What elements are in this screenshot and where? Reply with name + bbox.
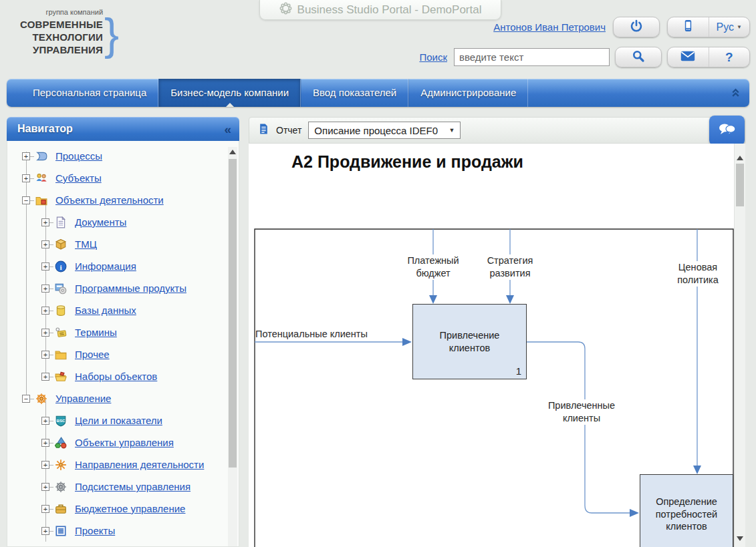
expand-toggle-icon[interactable]: + — [22, 174, 30, 182]
portal-title: Business Studio Portal - DemoPortal — [297, 3, 482, 17]
expand-toggle-icon[interactable]: + — [41, 240, 49, 248]
tree-item: +Термины — [7, 321, 239, 343]
tree-item-link[interactable]: Подсистемы управления — [75, 481, 191, 492]
portal-title-tab: Business Studio Portal - DemoPortal — [259, 0, 501, 20]
expand-toggle-icon[interactable]: + — [41, 262, 49, 270]
logo-line-2: ТЕХНОЛОГИИ — [20, 31, 103, 43]
expand-toggle-icon[interactable]: + — [41, 527, 49, 535]
tree-item: +ТМЦ — [7, 233, 239, 255]
scroll-up-arrow-icon[interactable] — [737, 156, 743, 160]
star-icon — [55, 459, 68, 471]
tree-item-link[interactable]: Субъекты — [55, 172, 102, 184]
nav-tab[interactable]: Ввод показателей — [301, 79, 408, 107]
tree-item-link[interactable]: Термины — [75, 327, 117, 338]
help-button[interactable]: ? — [709, 47, 750, 67]
expand-toggle-icon[interactable]: + — [41, 417, 49, 425]
tree-item: +iИнформация — [7, 255, 239, 277]
user-profile-link[interactable]: Антонов Иван Петрович — [493, 21, 606, 33]
language-label: Рус — [717, 21, 735, 33]
tree-item-link[interactable]: Программные продукты — [75, 283, 186, 294]
process-box-define-needs[interactable]: Определение потребностей клиентов — [640, 474, 733, 547]
scrollbar-thumb[interactable] — [229, 159, 237, 468]
svg-text:BSC: BSC — [56, 418, 66, 423]
tree-item-link[interactable]: Бюджетное управление — [75, 503, 185, 514]
tree-item-link[interactable]: Управление — [55, 393, 111, 404]
mobile-version-button[interactable] — [668, 17, 709, 37]
power-icon — [630, 19, 643, 35]
tree-item: +Прочее — [7, 343, 239, 365]
language-selector[interactable]: Рус ▼ — [709, 17, 750, 37]
expand-toggle-icon[interactable]: + — [41, 373, 49, 381]
tree-item: −Управление — [7, 387, 239, 409]
arrow-label-strategy: Стратегия развития — [477, 254, 543, 280]
expand-toggle-icon[interactable]: + — [41, 307, 49, 315]
expand-toggle-icon[interactable]: + — [41, 505, 49, 513]
process-box-attract-clients[interactable]: Привлечение клиентов 1 — [412, 304, 527, 379]
wheel-gray-icon — [55, 481, 68, 493]
expand-toggle-icon[interactable]: + — [41, 218, 49, 226]
process-box-label: Определение потребностей клиентов — [648, 496, 725, 534]
scroll-down-arrow-icon[interactable] — [737, 536, 743, 541]
expand-toggle-icon[interactable]: + — [41, 439, 49, 447]
collapse-up-icon — [731, 88, 741, 100]
tree-item-link[interactable]: Направления деятельности — [75, 459, 204, 470]
tree-item-link[interactable]: Прочее — [75, 349, 110, 360]
logo-group-text: группа компаний — [20, 8, 103, 16]
scroll-up-arrow-icon[interactable] — [229, 150, 236, 154]
help-icon: ? — [725, 50, 733, 65]
tree-item-link[interactable]: Объекты деятельности — [55, 194, 164, 206]
search-link[interactable]: Поиск — [419, 51, 447, 63]
logo-line-1: СОВРЕМЕННЫЕ — [20, 18, 103, 31]
expand-toggle-icon[interactable]: + — [41, 461, 49, 469]
tree-item: +Программные продукты — [7, 277, 239, 299]
tree-item-link[interactable]: Документы — [75, 216, 126, 228]
messages-button[interactable] — [668, 47, 709, 67]
tree-item: +Субъекты — [7, 167, 239, 189]
chevron-down-icon: ▼ — [737, 24, 742, 30]
main-navbar: Персональная страницаБизнес-модель компа… — [7, 79, 749, 107]
tree-item-link[interactable]: Цели и показатели — [75, 415, 162, 426]
expand-toggle-icon[interactable]: + — [41, 483, 49, 491]
scrollbar-thumb[interactable] — [736, 164, 744, 206]
navigator-panel: +Процессы+Субъекты−Объекты деятельности+… — [7, 141, 239, 547]
tree-item-link[interactable]: Объекты управления — [75, 437, 174, 448]
projects-icon — [55, 525, 68, 537]
folder-objects-icon — [35, 194, 49, 206]
logo-brace: } — [104, 8, 119, 60]
chevron-down-icon: ▼ — [449, 127, 455, 134]
search-button[interactable] — [615, 47, 662, 67]
document-icon — [55, 216, 68, 228]
mail-icon — [680, 51, 695, 64]
search-input[interactable] — [454, 48, 610, 66]
tree-item-link[interactable]: Базы данных — [75, 305, 136, 316]
expand-toggle-icon[interactable]: + — [41, 285, 49, 293]
logout-button[interactable] — [613, 17, 660, 37]
nav-tab[interactable]: Персональная страница — [21, 79, 158, 107]
wheel-icon — [35, 393, 49, 405]
collapse-toggle-icon[interactable]: − — [22, 196, 30, 204]
expand-toggle-icon[interactable]: + — [41, 329, 49, 337]
report-select[interactable]: Описание процесса IDEF0 ▼ — [308, 122, 461, 139]
tree-item-link[interactable]: Наборы объектов — [75, 371, 157, 382]
expand-toggle-icon[interactable]: + — [22, 152, 30, 160]
expand-toggle-icon[interactable]: + — [41, 351, 49, 359]
tree-item-link[interactable]: ТМЦ — [75, 238, 97, 250]
collapse-toggle-icon[interactable]: − — [22, 395, 30, 403]
nav-tab[interactable]: Администрирование — [408, 79, 528, 107]
navbar-collapse-button[interactable] — [731, 87, 741, 100]
arrow-label-attracted-clients: Привлеченные клиенты — [541, 399, 622, 425]
report-document-icon — [258, 123, 269, 138]
comments-button[interactable] — [709, 116, 745, 146]
tree-item: +Базы данных — [7, 299, 239, 321]
tree-item-link[interactable]: Процессы — [55, 150, 102, 162]
process-icon — [35, 150, 49, 162]
tree-item-link[interactable]: Проекты — [75, 525, 115, 536]
panel-collapse-icon[interactable]: « — [224, 123, 231, 136]
report-label: Отчет — [276, 125, 301, 136]
content-scrollbar[interactable] — [734, 144, 745, 547]
navigator-header: Навигатор « — [7, 117, 239, 141]
nav-tab[interactable]: Бизнес-модель компании — [158, 79, 301, 107]
tree-item-link[interactable]: Информация — [75, 260, 136, 272]
navigator-scrollbar[interactable] — [228, 147, 237, 546]
software-icon — [55, 283, 68, 295]
